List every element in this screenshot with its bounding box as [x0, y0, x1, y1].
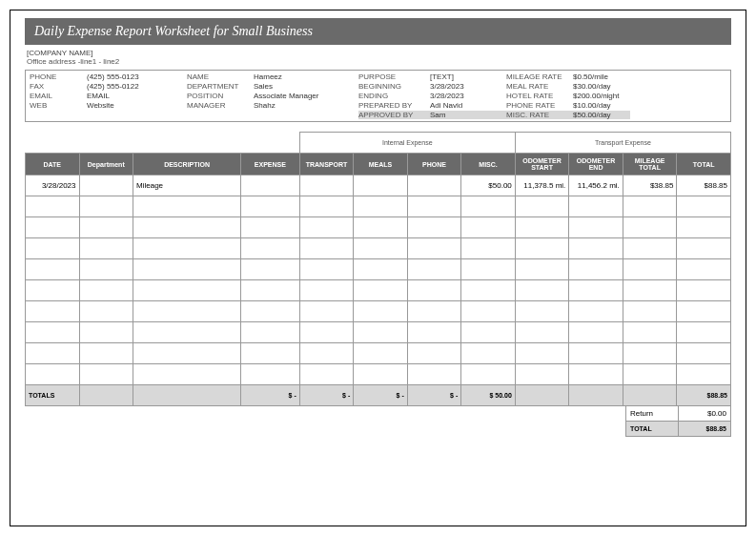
mileage-rate-label: MILEAGE RATE: [506, 72, 573, 81]
table-row: [26, 322, 731, 343]
table-row: [26, 196, 731, 217]
category-transport: Transport Expense: [515, 133, 730, 154]
prepared-value: Adi Navid: [430, 101, 506, 110]
th-misc: MISC.: [461, 154, 516, 175]
totals-meals: $ -: [354, 385, 408, 406]
return-label: Return: [626, 406, 679, 422]
purpose-label: PURPOSE: [358, 72, 430, 81]
cell-dept: [79, 175, 133, 196]
table-row: [26, 280, 731, 301]
th-phone: PHONE: [407, 154, 461, 175]
end-value: 3/28/2023: [430, 92, 506, 100]
prepared-label: PREPARED BY: [358, 101, 430, 110]
end-label: ENDING: [358, 92, 430, 100]
category-row: Internal Expense Transport Expense: [26, 133, 731, 154]
page-title: Daily Expense Report Worksheet for Small…: [25, 18, 731, 45]
fax-label: FAX: [30, 82, 87, 91]
totals-label: TOTALS: [26, 385, 80, 406]
cell-date: 3/28/2023: [26, 175, 80, 196]
cell-odo-end: 11,456.2 mi.: [569, 175, 623, 196]
expense-table: Internal Expense Transport Expense DATE …: [25, 132, 731, 406]
totals-row: TOTALS $ - $ - $ - $ - $ 50.00 $88.85: [26, 385, 731, 406]
cell-total: $88.85: [677, 175, 731, 196]
approved-label: APPROVED BY: [358, 111, 430, 119]
begin-label: BEGINNING: [358, 82, 430, 91]
th-dept: Department: [79, 154, 133, 175]
totals-grand: $88.85: [677, 385, 731, 406]
th-exp: EXPENSE: [241, 154, 300, 175]
table-row: [26, 217, 731, 238]
phone-label: PHONE: [30, 72, 87, 81]
report-page: Daily Expense Report Worksheet for Small…: [10, 10, 746, 526]
meal-rate-value: $30.00/day: [573, 82, 630, 91]
th-desc: DESCRIPTION: [133, 154, 241, 175]
meal-rate-label: MEAL RATE: [506, 82, 573, 91]
summary-return-row: Return $0.00: [626, 406, 731, 422]
summary-total-row: TOTAL $88.85: [626, 422, 731, 437]
cell-misc: $50.00: [461, 175, 516, 196]
web-label: WEB: [30, 101, 87, 110]
th-odo-start: ODOMETER START: [515, 154, 569, 175]
summary-total-value: $88.85: [679, 422, 731, 437]
th-date: DATE: [26, 154, 80, 175]
phone-rate-label: PHONE RATE: [506, 101, 573, 110]
cell-exp: [241, 175, 300, 196]
fax-value: (425) 555-0122: [87, 82, 187, 91]
th-odo-end: ODOMETER END: [569, 154, 623, 175]
address-line: Office address -line1 - line2: [25, 57, 731, 66]
header-row: DATE Department DESCRIPTION EXPENSE TRAN…: [26, 154, 731, 175]
web-value: Website: [87, 101, 187, 110]
email-label: EMAIL: [30, 92, 87, 100]
email-value: EMAIL: [87, 92, 187, 100]
return-value: $0.00: [679, 406, 731, 422]
company-name: [COMPANY NAME]: [25, 49, 731, 57]
hotel-rate-value: $200.00/night: [573, 92, 630, 100]
position-label: POSITION: [187, 92, 254, 100]
misc-rate-label: MISC. RATE: [506, 111, 573, 119]
th-total: TOTAL: [677, 154, 731, 175]
cell-desc: Mileage: [133, 175, 241, 196]
dept-value: Sales: [254, 82, 358, 91]
th-mileage-total: MILEAGE TOTAL: [623, 154, 677, 175]
totals-exp: $ -: [241, 385, 300, 406]
cell-mileage-total: $38.85: [623, 175, 677, 196]
manager-value: Shahz: [254, 101, 358, 110]
misc-rate-value: $50.00/day: [573, 111, 630, 119]
cell-transport: [299, 175, 354, 196]
table-row: 3/28/2023 Mileage $50.00 11,378.5 mi. 11…: [26, 175, 731, 196]
cell-phone: [407, 175, 461, 196]
info-panel: PHONE (425) 555-0123 NAME Hameez PURPOSE…: [25, 70, 731, 122]
begin-value: 3/28/2023: [430, 82, 506, 91]
summary-box: Return $0.00 TOTAL $88.85: [625, 405, 731, 437]
purpose-value: [TEXT]: [430, 72, 506, 81]
table-row: [26, 364, 731, 385]
totals-phone: $ -: [407, 385, 461, 406]
phone-rate-value: $10.00/day: [573, 101, 630, 110]
name-value: Hameez: [254, 72, 358, 81]
hotel-rate-label: HOTEL RATE: [506, 92, 573, 100]
th-transport: TRANSPORT: [299, 154, 354, 175]
totals-misc: $ 50.00: [461, 385, 516, 406]
cell-meals: [354, 175, 408, 196]
table-row: [26, 238, 731, 259]
phone-value: (425) 555-0123: [87, 72, 187, 81]
summary-total-label: TOTAL: [626, 422, 679, 437]
cell-odo-start: 11,378.5 mi.: [515, 175, 569, 196]
th-meals: MEALS: [354, 154, 408, 175]
mileage-rate-value: $0.50/mile: [573, 72, 630, 81]
approved-value: Sam: [430, 111, 506, 119]
table-row: [26, 301, 731, 322]
name-label: NAME: [187, 72, 254, 81]
manager-label: MANAGER: [187, 101, 254, 110]
category-internal: Internal Expense: [299, 133, 515, 154]
position-value: Associate Manager: [254, 92, 358, 100]
dept-label: DEPARTMENT: [187, 82, 254, 91]
table-row: [26, 259, 731, 280]
totals-transport: $ -: [299, 385, 354, 406]
table-row: [26, 343, 731, 364]
